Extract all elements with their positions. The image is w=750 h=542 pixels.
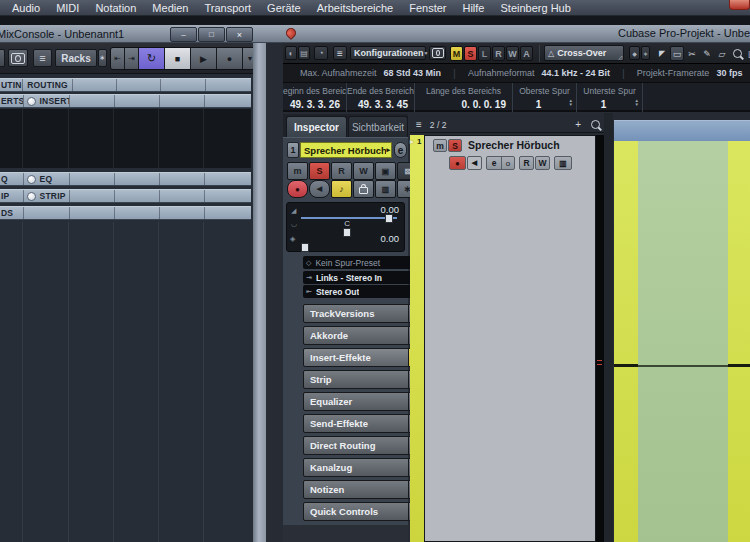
find-track-icon[interactable] — [591, 120, 600, 129]
record-enable-button[interactable]: ● — [287, 180, 308, 198]
rack-row-eq[interactable]: Q EQ — [0, 172, 251, 186]
section-send-effekte[interactable]: Send-Effekte ◎ — [303, 414, 426, 433]
track-solo-button[interactable]: S — [448, 139, 462, 152]
draw-tool[interactable]: ✎ — [700, 46, 714, 61]
project-titlebar[interactable]: Cubase Pro-Projekt - Unbe — [266, 25, 750, 43]
automation-mode-dropdown[interactable]: △ Cross-Over ◿ — [544, 45, 624, 61]
musical-timebase-button[interactable]: ♪ — [331, 180, 352, 198]
notepad-button[interactable]: ▣ — [375, 162, 396, 180]
event-display[interactable] — [613, 113, 750, 542]
track-preset-row[interactable]: ◇ Kein Spur-Preset ↻ — [303, 256, 426, 269]
mixconsole-titlebar[interactable]: MixConsole - Unbenannt1 – □ × — [0, 25, 266, 43]
rack-row-inserts[interactable]: ERTS INSERTS — [0, 94, 251, 108]
go-to-start-button[interactable]: ⇤ — [111, 47, 125, 70]
go-to-end-button[interactable]: ⇥ — [125, 47, 139, 70]
cycle-button[interactable]: ↻ — [139, 47, 165, 70]
metronome-button[interactable]: ◔ — [314, 46, 328, 60]
menu-item-audio[interactable]: Audio — [4, 2, 48, 14]
track-name[interactable]: Sprecher Hörbuch — [468, 139, 560, 151]
solo-button[interactable]: S — [309, 162, 330, 180]
spinner[interactable]: ▲ ▼ — [635, 99, 639, 107]
maximize-button[interactable]: □ — [198, 27, 225, 42]
section-trackversions[interactable]: TrackVersions ◫ — [303, 304, 426, 323]
window-layout-button[interactable]: ≡ — [33, 49, 52, 67]
power-circle[interactable] — [27, 192, 36, 201]
power-circle[interactable] — [27, 175, 36, 184]
menu-item-geraete[interactable]: Geräte — [259, 2, 309, 14]
solo-all-button[interactable]: S — [464, 46, 477, 61]
menu-item-hilfe[interactable]: Hilfe — [454, 2, 492, 14]
track-visibility-menu-button[interactable]: ≡ — [333, 46, 347, 60]
section-quick-controls[interactable]: Quick Controls ◔ — [303, 502, 426, 521]
read-automation-button[interactable]: R — [331, 162, 352, 180]
section-strip[interactable]: Strip ⊶ — [303, 370, 426, 389]
range-selection-tool[interactable]: ▭ — [670, 46, 684, 61]
left-cut-button[interactable] — [0, 49, 5, 67]
add-track-icon[interactable]: + — [575, 119, 581, 130]
section-insert-effekte[interactable]: Insert-Effekte ⊸ — [303, 348, 426, 367]
snap-options-button[interactable]: ∗ — [641, 46, 650, 60]
racks-button[interactable]: Racks — [55, 49, 97, 67]
write-all-button[interactable]: W — [506, 46, 519, 61]
top-track-field[interactable]: Oberste Spur 1 ▲ ▼ — [513, 83, 577, 112]
range-end-field[interactable]: Ende des Bereichs 49. 3. 3. 45 — [347, 83, 415, 112]
close-button[interactable]: × — [226, 27, 253, 42]
spin-down-icon[interactable]: ▼ — [569, 103, 573, 107]
track-record-enable-button[interactable]: ● — [449, 156, 466, 170]
range-selection-overlay[interactable] — [638, 141, 728, 542]
track-monitor-button[interactable]: ◀ — [467, 156, 482, 170]
track-write-button[interactable]: W — [535, 156, 550, 170]
spin-down-icon[interactable]: ▼ — [635, 103, 639, 107]
section-direct-routing[interactable]: Direct Routing → — [303, 436, 426, 455]
menu-item-transport[interactable]: Transport — [196, 2, 259, 14]
track-read-button[interactable]: R — [519, 156, 534, 170]
comp-tool[interactable]: ▣ — [745, 46, 750, 61]
audio-event-header[interactable] — [614, 120, 750, 141]
menu-item-arbeitsbereiche[interactable]: Arbeitsbereiche — [309, 2, 401, 14]
split-tool[interactable]: ✂ — [685, 46, 699, 61]
play-button[interactable]: ▶ — [191, 47, 217, 70]
section-akkorde[interactable]: Akkorde ≣ — [303, 326, 426, 345]
rack-row-strip[interactable]: IP STRIP — [0, 189, 251, 203]
app-close-button[interactable] — [729, 0, 750, 10]
pan-value[interactable]: C — [344, 219, 350, 228]
snapshot-camera-button[interactable] — [8, 49, 28, 67]
auto-scroll-button[interactable]: ◆ — [629, 46, 640, 60]
mute-button[interactable]: m — [287, 162, 308, 180]
section-kanalzug[interactable]: Kanalzug ▤ — [303, 458, 426, 477]
section-notizen[interactable]: Notizen ▭ — [303, 480, 426, 499]
track-lanes-button[interactable]: ▥ — [554, 156, 572, 170]
show-lanes-button[interactable]: ▥ — [375, 180, 396, 198]
range-start-field[interactable]: eginn des Bereich 49. 3. 3. 26 — [283, 83, 347, 112]
bottom-track-field[interactable]: Unterste Spur 1 ▲ ▼ — [577, 83, 643, 112]
tab-sichtbarkeit[interactable]: Sichtbarkeit — [348, 116, 408, 137]
stop-button[interactable]: ■ — [165, 47, 191, 70]
mute-all-button[interactable]: M — [450, 46, 463, 61]
track-mute-button[interactable]: m — [433, 139, 447, 152]
menu-item-medien[interactable]: Medien — [144, 2, 196, 14]
monitor-button[interactable]: ◀ — [309, 180, 330, 198]
audio-event-body[interactable] — [614, 141, 750, 542]
rack-row-routing[interactable]: UTING ROUTING — [0, 78, 251, 92]
menu-item-steinberg-hub[interactable]: Steinberg Hub — [493, 2, 579, 14]
track-listen-button[interactable]: o — [502, 159, 514, 168]
edit-channel-button[interactable]: e — [394, 142, 407, 158]
range-length-field[interactable]: Länge des Bereichs 0. 0. 0. 19 — [415, 83, 513, 112]
delay-slider-handle[interactable] — [301, 243, 309, 252]
volume-slider-handle[interactable] — [385, 214, 393, 223]
menu-item-notation[interactable]: Notation — [87, 2, 144, 14]
input-routing-row[interactable]: ⇥ Links - Stereo In — [303, 271, 426, 284]
erase-tool[interactable]: ▱ — [715, 46, 729, 61]
racks-options-button[interactable]: ∗ — [98, 49, 107, 67]
lock-button[interactable] — [353, 180, 374, 198]
project-camera-button[interactable] — [429, 46, 446, 60]
activate-project-button[interactable]: ◐ — [285, 46, 297, 60]
minimize-button[interactable]: – — [170, 27, 197, 42]
track-edit-button[interactable]: e — [487, 157, 502, 169]
read-all-button[interactable]: R — [492, 46, 505, 61]
pan-slider-handle[interactable] — [343, 228, 351, 237]
track-number-badge[interactable]: 1 — [287, 142, 299, 158]
section-equalizer[interactable]: Equalizer ◇ — [303, 392, 426, 411]
track-name-field[interactable]: Sprecher Hörbuch ▸ — [300, 142, 392, 158]
setup-toolbar-button[interactable]: ▤ — [298, 46, 310, 60]
